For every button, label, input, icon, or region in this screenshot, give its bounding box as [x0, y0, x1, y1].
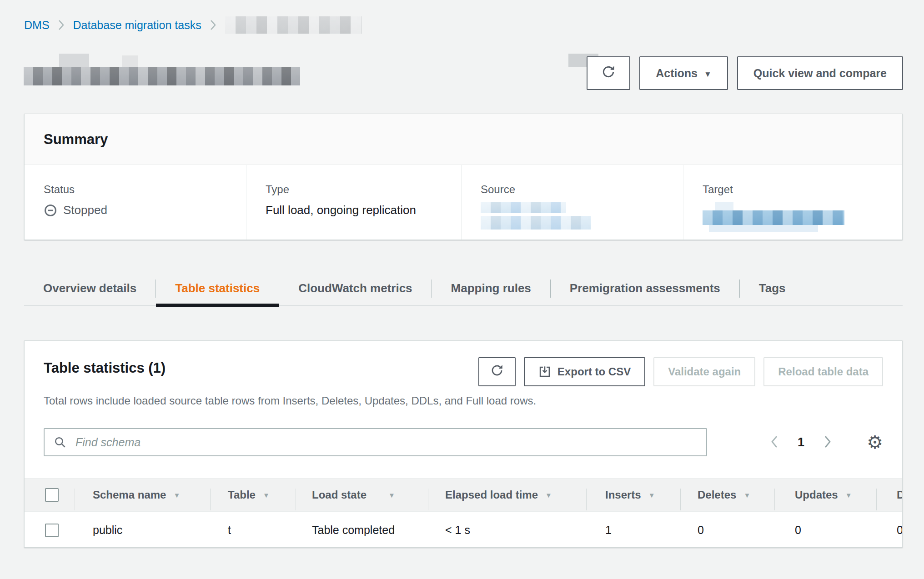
summary-field-target: Target: [683, 165, 902, 240]
status-label: Status: [44, 183, 246, 196]
sort-icon: ▼: [263, 491, 270, 499]
target-label: Target: [703, 183, 902, 196]
download-icon: [538, 365, 551, 378]
source-label: Source: [481, 183, 683, 196]
table-statistics-actions: Export to CSV Validate again Reload tabl…: [478, 357, 883, 386]
status-value: Stopped: [44, 203, 246, 217]
chevron-right-icon: [210, 19, 217, 31]
target-value-redacted[interactable]: [703, 202, 902, 231]
sort-icon: ▼: [743, 491, 750, 499]
summary-title: Summary: [44, 131, 108, 148]
breadcrumb-task-name-redacted: [225, 16, 362, 34]
cell-table: t: [210, 524, 296, 537]
table-toolbar: 1 ⚙: [25, 428, 902, 456]
export-to-csv-button[interactable]: Export to CSV: [524, 357, 645, 386]
tab-premigration-assessments[interactable]: Premigration assessments: [551, 272, 739, 305]
sort-icon: ▼: [845, 491, 852, 499]
chevron-right-icon: [58, 19, 65, 31]
summary-field-type: Type Full load, ongoing replication: [246, 165, 461, 240]
sort-icon: ▼: [648, 491, 655, 499]
breadcrumb-link-migration-tasks[interactable]: Database migration tasks: [73, 19, 201, 32]
refresh-icon: [490, 364, 504, 380]
cell-updates: 0: [774, 524, 876, 537]
cell-elapsed-load-time: < 1 s: [428, 524, 586, 537]
sort-icon: ▼: [173, 491, 180, 499]
breadcrumb-link-dms[interactable]: DMS: [24, 19, 50, 32]
preferences-gear-button[interactable]: ⚙: [867, 433, 883, 451]
column-header-deletes[interactable]: Deletes▼: [680, 489, 774, 501]
source-value-redacted[interactable]: [481, 202, 683, 231]
current-page-number: 1: [793, 435, 809, 449]
summary-panel: Summary Status Stopped Type Full load, o…: [24, 114, 903, 240]
page-header-actions: Actions ▼ Quick view and compare: [587, 56, 903, 90]
column-header-updates[interactable]: Updates▼: [774, 489, 876, 501]
cell-schema-name: public: [75, 524, 210, 537]
table-refresh-button[interactable]: [478, 357, 516, 386]
table-header-row: Schema name▼ Table▼ Load state▼ Elapsed …: [25, 478, 902, 512]
table-statistics-description: Total rows include loaded source table r…: [44, 394, 883, 407]
row-checkbox[interactable]: [45, 524, 59, 537]
column-header-schema-name[interactable]: Schema name▼: [75, 489, 210, 501]
reload-table-data-button[interactable]: Reload table data: [763, 357, 883, 386]
type-value: Full load, ongoing replication: [266, 203, 461, 217]
tab-strip: Overview details Table statistics CloudW…: [24, 272, 903, 305]
tab-mapping-rules[interactable]: Mapping rules: [432, 272, 550, 305]
refresh-icon: [601, 65, 616, 82]
summary-body: Status Stopped Type Full load, ongoing r…: [25, 165, 902, 240]
summary-field-source: Source: [461, 165, 683, 240]
tab-tags[interactable]: Tags: [740, 272, 805, 305]
summary-field-status: Status Stopped: [25, 165, 246, 240]
select-all-checkbox[interactable]: [45, 488, 59, 502]
column-header-elapsed-load-time[interactable]: Elapsed load time▼: [428, 489, 586, 501]
column-header-table[interactable]: Table▼: [210, 489, 296, 501]
type-label: Type: [266, 183, 461, 196]
toolbar-divider: [851, 429, 851, 455]
tab-overview-details[interactable]: Overview details: [24, 272, 156, 305]
cell-deletes: 0: [680, 524, 774, 537]
previous-page-button[interactable]: [767, 431, 782, 454]
chevron-right-icon: [823, 434, 833, 451]
tab-table-statistics[interactable]: Table statistics: [156, 272, 279, 305]
table-statistics-title: Table statistics (1): [44, 357, 166, 376]
sort-icon: ▼: [388, 491, 395, 499]
actions-button[interactable]: Actions ▼: [639, 56, 728, 90]
stopped-circle-minus-icon: [44, 204, 57, 217]
chevron-left-icon: [769, 434, 779, 451]
table-row[interactable]: public t Table completed < 1 s 1 0 0 0: [25, 512, 902, 548]
sort-icon: ▼: [545, 491, 552, 499]
schema-search: [44, 428, 707, 456]
column-header-load-state[interactable]: Load state▼: [296, 489, 428, 501]
validate-again-button[interactable]: Validate again: [653, 357, 755, 386]
column-header-ddls[interactable]: DDLs: [876, 489, 902, 501]
tab-cloudwatch-metrics[interactable]: CloudWatch metrics: [279, 272, 431, 305]
caret-down-icon: ▼: [704, 70, 712, 78]
cell-load-state: Table completed: [296, 524, 428, 537]
refresh-button[interactable]: [587, 56, 630, 90]
breadcrumb: DMS Database migration tasks: [24, 16, 362, 34]
cell-inserts: 1: [586, 524, 680, 537]
gear-icon: ⚙: [867, 432, 883, 452]
cell-ddls: 0: [876, 524, 902, 537]
quick-view-and-compare-button[interactable]: Quick view and compare: [737, 56, 903, 90]
table-statistics-table: Schema name▼ Table▼ Load state▼ Elapsed …: [25, 478, 902, 548]
table-statistics-panel: Table statistics (1) Export to CSV Valid…: [24, 340, 903, 548]
find-schema-input[interactable]: [44, 428, 707, 456]
summary-panel-header: Summary: [25, 114, 902, 165]
next-page-button[interactable]: [820, 431, 835, 454]
column-header-inserts[interactable]: Inserts▼: [586, 489, 680, 501]
